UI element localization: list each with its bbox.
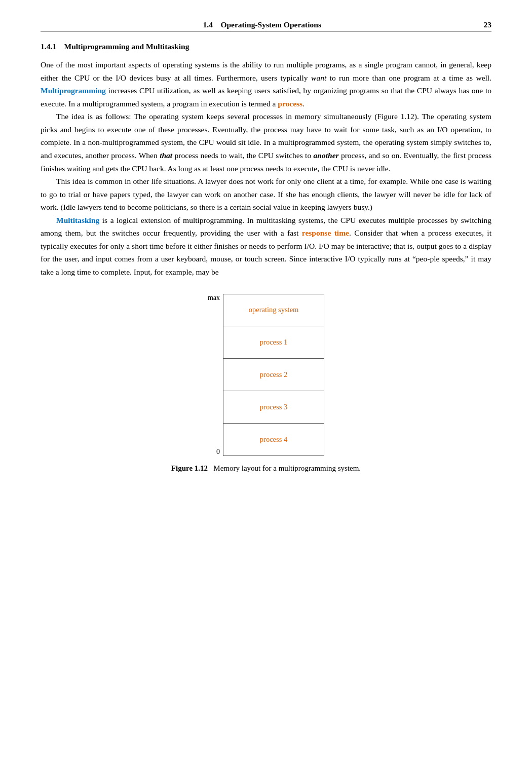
figure-caption-text: Memory layout for a multiprogramming sys… [213, 464, 361, 472]
paragraph-3: This idea is common in other life situat… [41, 175, 491, 214]
paragraph-4: Multitasking is a logical extension of m… [41, 214, 491, 279]
section-number: 1.4.1 [41, 42, 56, 51]
block-p3-label: process 3 [260, 403, 287, 411]
block-process-4: process 4 [223, 424, 324, 455]
block-os-label: operating system [249, 306, 299, 314]
figure-label: Figure 1.12 [171, 464, 208, 472]
header-center: 1.4 Operating-System Operations [41, 20, 484, 29]
section-title: Multiprogramming and Multitasking [64, 42, 189, 51]
y-label-max: max [208, 294, 220, 302]
block-process-1: process 1 [223, 326, 324, 359]
link-response-time: response time [302, 229, 349, 237]
link-process: process [278, 99, 302, 108]
page-header: 1.4 Operating-System Operations 23 [41, 20, 491, 32]
paragraph-1: One of the most important aspects of ope… [41, 58, 491, 110]
page-number: 23 [484, 20, 492, 29]
link-multitasking: Multitasking [56, 216, 99, 224]
section-heading: 1.4.1 Multiprogramming and Multitasking [41, 42, 491, 51]
block-os: operating system [223, 294, 324, 327]
page: 1.4 Operating-System Operations 23 1.4.1… [0, 0, 532, 513]
y-axis-labels: max 0 [208, 294, 223, 456]
figure-container: max 0 operating system process 1 process… [41, 294, 491, 473]
link-multiprogramming: Multiprogramming [41, 86, 106, 95]
block-process-3: process 3 [223, 391, 324, 424]
header-title: Operating-System Operations [220, 20, 321, 29]
block-p2-label: process 2 [260, 370, 287, 379]
y-label-zero: 0 [216, 448, 220, 456]
header-section: 1.4 [203, 20, 213, 29]
paragraph-2: The idea is as follows: The operating sy… [41, 110, 491, 175]
memory-diagram: max 0 operating system process 1 process… [208, 294, 324, 456]
figure-caption: Figure 1.12 Memory layout for a multipro… [171, 464, 361, 473]
block-p4-label: process 4 [260, 435, 287, 444]
block-p1-label: process 1 [260, 338, 287, 347]
memory-blocks: operating system process 1 process 2 pro… [223, 294, 324, 456]
block-process-2: process 2 [223, 359, 324, 391]
